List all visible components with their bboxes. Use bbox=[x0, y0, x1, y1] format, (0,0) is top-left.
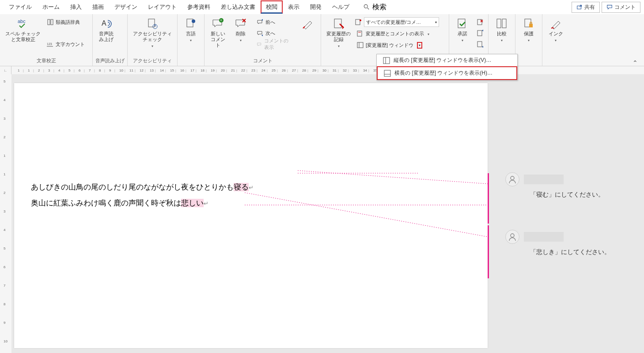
ruler-tick: 8 bbox=[4, 302, 5, 306]
pane-icon bbox=[357, 42, 364, 49]
ruler-corner[interactable]: ∟ bbox=[0, 66, 11, 74]
comment-icon bbox=[606, 4, 613, 10]
ruler-tick: 3 bbox=[4, 209, 5, 213]
group-label-comments: コメント bbox=[207, 57, 318, 65]
pen-icon bbox=[301, 18, 314, 30]
tracked-change[interactable]: 悲しい bbox=[181, 199, 204, 207]
reviewing-pane-vertical-item[interactable]: 縦長の [変更履歴] ウィンドウを表示(V)… bbox=[377, 54, 517, 66]
reviewing-pane-button[interactable]: [変更履歴] ウィンドウ ▾ bbox=[355, 40, 439, 50]
chevron-down-icon: ▾ bbox=[555, 38, 557, 42]
ruler-tick: 10 bbox=[4, 339, 8, 343]
collapse-ribbon-chevron[interactable]: ⌃ bbox=[633, 59, 638, 66]
accept-button[interactable]: 承諾 ▾ bbox=[452, 17, 473, 43]
chevron-down-icon: ▾ bbox=[152, 44, 153, 48]
prev-change-button[interactable] bbox=[475, 28, 485, 38]
comment-indicator-bar bbox=[488, 173, 489, 224]
display-for-review-combo[interactable]: すべての変更履歴/コメ… ▾ bbox=[364, 17, 439, 27]
ruler-tick: 4 bbox=[4, 98, 5, 102]
show-comments-button[interactable]: コメントの表示 bbox=[255, 39, 293, 49]
share-button[interactable]: 共有 bbox=[572, 2, 600, 13]
svg-text:+: + bbox=[220, 18, 222, 23]
ruler-tick: 7 bbox=[4, 284, 5, 288]
ruler-tick: 32 bbox=[343, 68, 347, 72]
person-icon bbox=[508, 232, 517, 241]
protect-button[interactable]: 保護 ▾ bbox=[518, 17, 539, 43]
avatar bbox=[505, 172, 519, 186]
comment-card[interactable]: 「寝む」にしてください。 bbox=[505, 172, 644, 199]
ruler-tick: 3 bbox=[48, 68, 50, 72]
show-markup-button[interactable]: 変更履歴とコメントの表示 ▾ bbox=[355, 28, 439, 39]
chevron-down-icon: ▾ bbox=[338, 44, 340, 48]
menu-view[interactable]: 表示 bbox=[283, 0, 305, 14]
menu-bar: ファイル ホーム 挿入 描画 デザイン レイアウト 参考資料 差し込み文書 校閲… bbox=[0, 0, 644, 14]
word-count-button[interactable]: 123 文字カウント bbox=[45, 39, 87, 49]
comment-card[interactable]: 「悲しき」にしてください。 bbox=[505, 230, 644, 256]
ink-pen-icon bbox=[549, 18, 562, 30]
search-label: 検索 bbox=[372, 3, 386, 12]
ruler-tick: 3 bbox=[4, 117, 5, 121]
reject-button[interactable] bbox=[475, 17, 485, 27]
markup-icon bbox=[357, 30, 364, 37]
read-aloud-button[interactable]: A 音声読 み上げ bbox=[95, 17, 117, 43]
compare-button[interactable]: 比較 ▾ bbox=[491, 17, 512, 43]
pane-horizontal-icon bbox=[384, 70, 391, 77]
svg-text:A: A bbox=[102, 19, 106, 27]
comments-pane: 「寝む」にしてください。 「悲しき」にしてください。 bbox=[505, 172, 644, 287]
menu-developer[interactable]: 開発 bbox=[305, 0, 327, 14]
comment-text: 「悲しき」にしてください。 bbox=[530, 248, 644, 256]
spell-check-button[interactable]: abc スペル チェック と文章校正 bbox=[3, 17, 43, 43]
ruler-tick: 2 bbox=[38, 68, 40, 72]
svg-point-21 bbox=[360, 19, 361, 21]
menu-file[interactable]: ファイル bbox=[4, 0, 37, 14]
page[interactable]: あしびきの山鳥の尾のしだり尾のながながし夜をひとりかも寝る↵ 奥山に紅葉ふみわけ… bbox=[14, 83, 488, 348]
svg-rect-30 bbox=[477, 30, 482, 36]
ruler-horizontal: ∟ 1|1|2|3|4|5|6|7|8|9|10|11|12|13|14|15|… bbox=[0, 66, 644, 74]
menu-home[interactable]: ホーム bbox=[37, 0, 65, 14]
prev-comment-button[interactable]: 前へ bbox=[255, 17, 293, 27]
menu-help[interactable]: ヘルプ bbox=[327, 0, 355, 14]
svg-point-13 bbox=[192, 19, 195, 23]
reviewing-pane-dropdown-menu: 縦長の [変更履歴] ウィンドウを表示(V)… 横長の [変更履歴] ウィンドウ… bbox=[376, 54, 518, 80]
ink-comment-button[interactable] bbox=[297, 17, 318, 31]
svg-text:abc: abc bbox=[18, 19, 26, 24]
svg-rect-36 bbox=[383, 57, 390, 64]
ruler-tick: 33 bbox=[353, 68, 357, 72]
delete-comment-button[interactable]: 削除 ▾ bbox=[230, 17, 251, 43]
document-line[interactable]: あしびきの山鳥の尾のしだり尾のながながし夜をひとりかも寝る↵ bbox=[31, 179, 470, 195]
track-changes-button[interactable]: 変更履歴の 記録 ▾ bbox=[324, 17, 353, 49]
ruler-tick: 23 bbox=[251, 68, 255, 72]
ruler-tick: 21 bbox=[231, 68, 235, 72]
search-box[interactable]: 検索 bbox=[364, 3, 386, 12]
language-button[interactable]: 言語 ▾ bbox=[180, 17, 201, 43]
ruler-tick: 2 bbox=[4, 191, 5, 195]
accessibility-check-button[interactable]: アクセシビリティ チェック ▾ bbox=[130, 17, 174, 49]
ruler-vertical: 5432112345678910 bbox=[0, 74, 11, 353]
new-comment-button[interactable]: + 新しい コメント bbox=[207, 17, 228, 49]
next-change-button[interactable] bbox=[475, 39, 485, 49]
thesaurus-button[interactable]: 類義語辞典 bbox=[45, 17, 87, 27]
next-comment-button[interactable]: 次へ bbox=[255, 28, 293, 38]
comment-button[interactable]: コメント bbox=[602, 2, 640, 13]
menu-design[interactable]: デザイン bbox=[109, 0, 143, 14]
svg-rect-5 bbox=[48, 19, 50, 25]
svg-rect-22 bbox=[357, 31, 362, 36]
menu-draw[interactable]: 描画 bbox=[87, 0, 109, 14]
chevron-down-icon: ▾ bbox=[462, 38, 463, 42]
ink-button[interactable]: インク ▾ bbox=[545, 17, 566, 43]
compare-icon bbox=[496, 18, 508, 30]
reviewing-pane-horizontal-item[interactable]: 横長の [変更履歴] ウィンドウを表示(H)… bbox=[377, 66, 517, 80]
tracked-change[interactable]: 寝る bbox=[234, 183, 249, 191]
svg-rect-32 bbox=[497, 19, 501, 28]
menu-review[interactable]: 校閲 bbox=[261, 0, 283, 14]
ruler-tick: 31 bbox=[333, 68, 337, 72]
comment-indicator-bar bbox=[488, 225, 489, 278]
ruler-tick: 28 bbox=[302, 68, 306, 72]
menu-layout[interactable]: レイアウト bbox=[143, 0, 182, 14]
document-line[interactable]: 奥山に紅葉ふみわけ鳴く鹿の声聞く時ぞ秋は悲しい↵ bbox=[31, 195, 470, 211]
menu-insert[interactable]: 挿入 bbox=[65, 0, 87, 14]
menu-references[interactable]: 参考資料 bbox=[182, 0, 216, 14]
reviewing-pane-dropdown[interactable]: ▾ bbox=[417, 42, 422, 49]
prev-change-icon bbox=[477, 30, 484, 37]
menu-mailings[interactable]: 差し込み文書 bbox=[216, 0, 261, 14]
ruler-tick: 8 bbox=[99, 68, 101, 72]
